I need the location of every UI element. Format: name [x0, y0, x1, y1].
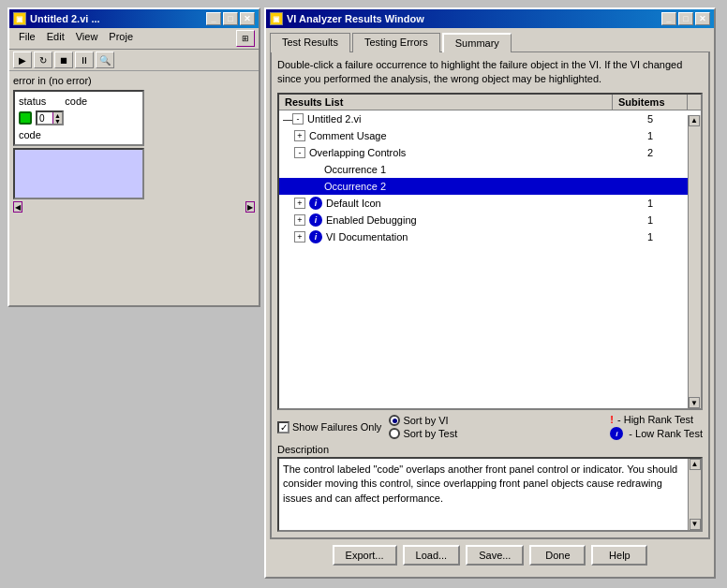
tab-summary[interactable]: Summary	[442, 33, 512, 52]
toolbar-run-btn[interactable]: ▶	[13, 51, 32, 68]
vi-menu-file[interactable]: File	[13, 30, 41, 47]
result-row-occ2[interactable]: Occurrence 2	[279, 178, 688, 195]
row-sub-default-icon: 1	[613, 198, 688, 209]
expand-overlapping[interactable]: -	[294, 147, 305, 158]
expand-default-icon[interactable]: +	[294, 198, 305, 209]
excl-icon: !	[610, 414, 614, 425]
analyzer-restore-btn[interactable]: □	[678, 12, 693, 25]
sort-vi-radio[interactable]	[389, 415, 400, 426]
result-row-default-icon[interactable]: + i Default Icon 1	[279, 195, 688, 212]
sort-radio-group: Sort by VI Sort by Test	[389, 415, 457, 439]
vi-string-ctrl[interactable]	[13, 148, 144, 199]
button-bar: Export... Load... Save... Done Help	[266, 539, 714, 569]
help-button[interactable]: Help	[591, 545, 647, 566]
results-scrollbar: ▲ ▼	[688, 115, 701, 408]
vi-title-icon: ▣	[13, 12, 26, 25]
toolbar-search-btn[interactable]: 🔍	[96, 51, 114, 68]
hscroll-right-btn[interactable]: ▶	[245, 201, 255, 213]
tab-content-area: Double-click a failure occurrence to hig…	[270, 51, 710, 539]
row-label-occ1: Occurrence 1	[324, 164, 386, 175]
scroll-up-btn[interactable]: ▲	[689, 115, 700, 126]
vi-toolbar: ▶ ↻ ⏹ ⏸ 🔍	[9, 50, 259, 71]
desc-scroll-track	[690, 470, 701, 519]
result-row-occ1[interactable]: Occurrence 1	[279, 161, 688, 178]
tab-bar: Test Results Testing Errors Summary	[266, 28, 714, 51]
result-row-root[interactable]: — - Untitled 2.vi 5	[279, 110, 688, 127]
info-icon-default: i	[309, 197, 322, 210]
toolbar-grid-icon: ⊞	[236, 30, 255, 47]
sort-test-label[interactable]: Sort by Test	[389, 428, 457, 439]
tab-test-results[interactable]: Test Results	[270, 33, 350, 52]
info-legend-icon: i	[610, 427, 623, 440]
vi-source-label: code	[19, 129, 139, 140]
info-icon-vi-doc: i	[309, 230, 322, 243]
load-button[interactable]: Load...	[403, 545, 461, 566]
description-text: The control labeled "code" overlaps anot…	[283, 463, 697, 506]
analyzer-window: ▣ VI Analyzer Results Window _ □ ✕ Test …	[264, 7, 716, 579]
vi-menu-edit[interactable]: Edit	[41, 30, 70, 47]
vi-cluster: status code 0 ▲ ▼ code	[13, 90, 144, 146]
toolbar-abort-btn[interactable]: ⏹	[54, 51, 73, 68]
description-box: The control labeled "code" overlaps anot…	[277, 457, 703, 532]
analyzer-titlebar: ▣ VI Analyzer Results Window _ □ ✕	[266, 9, 714, 28]
vi-menu-view[interactable]: View	[70, 30, 104, 47]
info-icon-debug: i	[309, 213, 322, 227]
expand-vi-doc[interactable]: +	[294, 231, 305, 243]
analyzer-close-btn[interactable]: ✕	[695, 12, 710, 25]
toolbar-pause-btn[interactable]: ⏸	[75, 51, 94, 68]
vi-titlebar: ▣ Untitled 2.vi ... _ □ ✕	[9, 9, 259, 28]
legend-high: ! - High Rank Test	[610, 414, 703, 425]
legend-low-text: - Low Rank Test	[629, 428, 703, 439]
expand-root[interactable]: -	[292, 113, 304, 125]
vi-minimize-btn[interactable]: _	[206, 12, 221, 25]
expand-comment[interactable]: +	[294, 130, 305, 141]
expand-enabled-debug[interactable]: +	[294, 214, 305, 226]
desc-scroll-up-btn[interactable]: ▲	[690, 459, 701, 470]
hscroll-left-btn[interactable]: ◀	[13, 201, 22, 213]
analyzer-title-icon: ▣	[270, 12, 283, 25]
desc-scroll-down-btn[interactable]: ▼	[690, 519, 701, 530]
hscroll-track	[22, 201, 245, 213]
legend: ! - High Rank Test i - Low Rank Test	[610, 414, 703, 440]
led-indicator	[19, 111, 32, 125]
numeric-down-btn[interactable]: ▼	[52, 118, 62, 124]
done-button[interactable]: Done	[529, 545, 586, 566]
show-failures-label[interactable]: ✓ Show Failures Only	[277, 421, 381, 434]
sort-test-text: Sort by Test	[403, 428, 457, 439]
sort-test-radio[interactable]	[389, 428, 400, 439]
results-body: — - Untitled 2.vi 5 + Comment Usage 1	[279, 110, 701, 404]
vi-restore-btn[interactable]: □	[223, 12, 238, 25]
tab-testing-errors[interactable]: Testing Errors	[352, 33, 440, 52]
export-button[interactable]: Export...	[333, 545, 397, 566]
vi-cluster-code-label: code	[65, 96, 87, 107]
vi-title: Untitled 2.vi ...	[30, 13, 100, 24]
row-label-occ2: Occurrence 2	[324, 181, 386, 192]
info-text: Double-click a failure occurrence to hig…	[277, 58, 703, 87]
scroll-down-btn[interactable]: ▼	[689, 397, 700, 408]
vi-content: error in (no error) status code 0 ▲ ▼ co…	[9, 71, 259, 292]
analyzer-title: VI Analyzer Results Window	[287, 13, 424, 24]
header-scroll-spacer	[688, 95, 701, 110]
row-label-vi-doc: VI Documentation	[326, 231, 408, 243]
vi-error-label: error in (no error)	[13, 75, 255, 86]
result-row-enabled-debug[interactable]: + i Enabled Debugging 1	[279, 212, 688, 228]
result-row-vi-doc[interactable]: + i VI Documentation 1	[279, 228, 688, 245]
sort-vi-text: Sort by VI	[403, 415, 448, 426]
toolbar-run-cont-btn[interactable]: ↻	[34, 51, 52, 68]
show-failures-checkbox[interactable]: ✓	[277, 421, 289, 434]
vi-window: ▣ Untitled 2.vi ... _ □ ✕ File Edit View…	[7, 7, 260, 307]
code-numeric[interactable]: 0 ▲ ▼	[36, 110, 64, 125]
save-button[interactable]: Save...	[466, 545, 524, 566]
description-label: Description	[277, 444, 703, 455]
vi-close-btn[interactable]: ✕	[240, 12, 255, 25]
row-label-comment: Comment Usage	[309, 130, 387, 141]
sort-vi-label[interactable]: Sort by VI	[389, 415, 457, 426]
analyzer-minimize-btn[interactable]: _	[661, 12, 676, 25]
vi-cluster-header: status code	[19, 96, 139, 107]
description-scrollbar: ▲ ▼	[688, 459, 701, 530]
vi-menu-proje[interactable]: Proje	[103, 30, 139, 47]
tree-connector: —	[283, 113, 290, 125]
result-row-comment[interactable]: + Comment Usage 1	[279, 127, 688, 144]
result-row-overlapping[interactable]: - Overlapping Controls 2	[279, 144, 688, 161]
scroll-track	[689, 126, 700, 397]
